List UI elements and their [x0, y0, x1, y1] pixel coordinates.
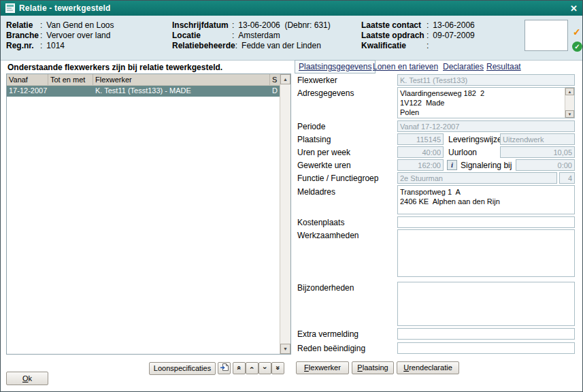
scroll-down-icon[interactable]: ▼ [280, 344, 290, 354]
uurloon-field[interactable] [500, 146, 575, 158]
header-row-laatste-contact: Laatste contact:13-06-2006 [361, 20, 475, 30]
adres-line: 1V122 Made [398, 98, 574, 108]
tab-plaatsingsgegevens[interactable]: Plaatsingsgegevens [295, 60, 376, 74]
meldadres-line: 2406 KE Alphen aan den Rijn [398, 197, 574, 206]
scroll-up-icon[interactable]: ▲ [565, 88, 574, 95]
ok-button[interactable]: Ok [6, 372, 48, 385]
plaatsing-field[interactable] [397, 133, 444, 145]
chevron-down-icon: › [260, 367, 270, 370]
chevron-double-up-icon: « [234, 365, 244, 370]
gewerkte-uren-label: Gewerkte uren [297, 161, 351, 170]
close-button[interactable]: ✕ [570, 4, 578, 13]
reden-beeindiging-field[interactable] [397, 342, 575, 354]
tab-declaraties[interactable]: Declaraties [443, 62, 484, 71]
meldadres-label: Meldadres [297, 187, 335, 197]
field-label: Laatste opdrach [361, 31, 427, 40]
flexworker-list: Vanaf Tot en met Flexwerker S 17-12-2007… [6, 74, 291, 355]
field-label: Kwalificatie [361, 41, 427, 50]
loonspecificaties-button[interactable]: Loonspecificaties [149, 362, 216, 375]
signalering-bij-field[interactable] [516, 159, 575, 171]
move-up-button[interactable]: ‹ [246, 362, 259, 374]
relatie-tewerkgesteld-window: Relatie - tewerkgesteld ✕ Relatie:Van Ge… [0, 0, 583, 392]
flexwerker-field[interactable] [397, 74, 575, 86]
separator: : [235, 41, 237, 50]
move-down-button[interactable]: › [259, 362, 271, 374]
list-header: Vanaf Tot en met Flexwerker S [7, 74, 280, 86]
field-label: Reg.nr. [6, 41, 40, 50]
field-value: 09-07-2009 [433, 31, 474, 40]
info-button[interactable]: i [447, 160, 457, 170]
header-row-locatie: Locatie:Amsterdam [172, 31, 280, 40]
tab-lonen-en-tarieven[interactable]: Lonen en tarieven [373, 62, 438, 71]
column-header-vanaf[interactable]: Vanaf [7, 74, 48, 85]
separator: : [427, 31, 429, 40]
functiegroep-field[interactable] [559, 172, 575, 184]
uren-per-week-field[interactable] [397, 146, 444, 158]
bijzonderheden-field[interactable] [397, 282, 575, 326]
header-row-branche: Branche:Vervoer over land [6, 31, 110, 40]
move-bottom-button[interactable]: » [271, 362, 284, 374]
adres-line: Vlaardingenseweg 182 2 [398, 88, 574, 98]
table-row[interactable]: 17-12-2007 K. Test11 (Tesst133) - MADE D [7, 86, 280, 97]
extra-vermelding-field[interactable] [397, 328, 575, 340]
extra-vermelding-label: Extra vermelding [297, 329, 359, 339]
field-label: Relatie [6, 20, 40, 30]
separator: : [40, 41, 42, 50]
list-scrollbar[interactable]: ▲ ▼ [280, 74, 290, 354]
adres-line: Polen [398, 108, 574, 117]
header-row-kwalificatie: Kwalificatie: [361, 41, 433, 50]
page-arrow-icon [220, 365, 229, 373]
cell-flexwerker: K. Test11 (Tesst133) - MADE [93, 86, 270, 97]
urendeclaratie-button[interactable]: Urendeclaratie [397, 361, 459, 374]
periode-field[interactable] [397, 120, 575, 132]
separator: : [40, 20, 42, 30]
field-value: 1014 [46, 41, 65, 50]
green-check-icon: ✓ [572, 42, 582, 52]
cell-vanaf: 17-12-2007 [7, 86, 48, 97]
title-bar[interactable]: Relatie - tewerkgesteld ✕ [1, 1, 582, 16]
meldadres-line: Transportweg 1 A [398, 187, 574, 197]
separator: : [40, 31, 42, 40]
scroll-down-icon[interactable]: ▼ [565, 110, 574, 118]
adresgegevens-field[interactable]: Vlaardingenseweg 182 2 1V122 Made Polen … [397, 87, 575, 118]
gewerkte-uren-field[interactable] [397, 159, 444, 171]
adresgegevens-label: Adresgegevens [297, 88, 354, 98]
leveringswijze-field[interactable] [500, 133, 575, 145]
separator: : [427, 41, 429, 50]
header-row-relatiebeheerder: Relatiebeheerde:Fedde van der Linden [172, 41, 321, 50]
functie-field[interactable] [397, 172, 557, 184]
separator: : [427, 20, 429, 30]
header-row-regnr: Reg.nr.:1014 [6, 41, 65, 50]
column-header-tot-en-met[interactable]: Tot en met [48, 74, 93, 85]
flexwerker-label: Flexwerker [297, 76, 337, 85]
tab-resultaat[interactable]: Resultaat [486, 62, 521, 71]
cell-tot-en-met [48, 86, 93, 97]
scroll-up-icon[interactable]: ▲ [280, 74, 290, 84]
separator: : [232, 20, 234, 30]
field-value: Van Gend en Loos [46, 20, 114, 30]
field-value: 13-06-2006 (Debnr: 631) [238, 20, 330, 30]
plaatsing-button[interactable]: Plaatsing [352, 361, 394, 374]
open-record-button[interactable] [218, 362, 231, 374]
move-top-button[interactable]: « [233, 362, 246, 374]
field-value: Vervoer over land [46, 31, 110, 40]
window-title: Relatie - tewerkgesteld [19, 3, 111, 13]
field-label: Laatste contact [361, 20, 427, 30]
field-value: Amsterdam [238, 31, 280, 40]
column-header-flexwerker[interactable]: Flexwerker [93, 74, 270, 85]
column-header-s[interactable]: S [270, 74, 280, 85]
leveringswijze-label: Leveringswijze [448, 135, 502, 144]
field-label: Relatiebeheerde [172, 41, 235, 50]
adres-scrollbar[interactable]: ▲ ▼ [565, 88, 574, 118]
uren-per-week-label: Uren per week [297, 148, 350, 157]
flexwerker-button[interactable]: Flexwerker [296, 361, 349, 374]
kostenplaats-field[interactable] [397, 216, 575, 228]
field-label: Branche [6, 31, 40, 40]
werkzaamheden-field[interactable] [397, 229, 575, 277]
plaatsing-label: Plaatsing [297, 135, 331, 144]
bijzonderheden-label: Bijzonderheden [297, 283, 354, 293]
chevron-double-down-icon: » [273, 365, 283, 370]
werkzaamheden-label: Werkzaamheden [297, 231, 359, 240]
meldadres-field[interactable]: Transportweg 1 A 2406 KE Alphen aan den … [397, 185, 575, 214]
header-row-relatie: Relatie:Van Gend en Loos [6, 20, 114, 30]
